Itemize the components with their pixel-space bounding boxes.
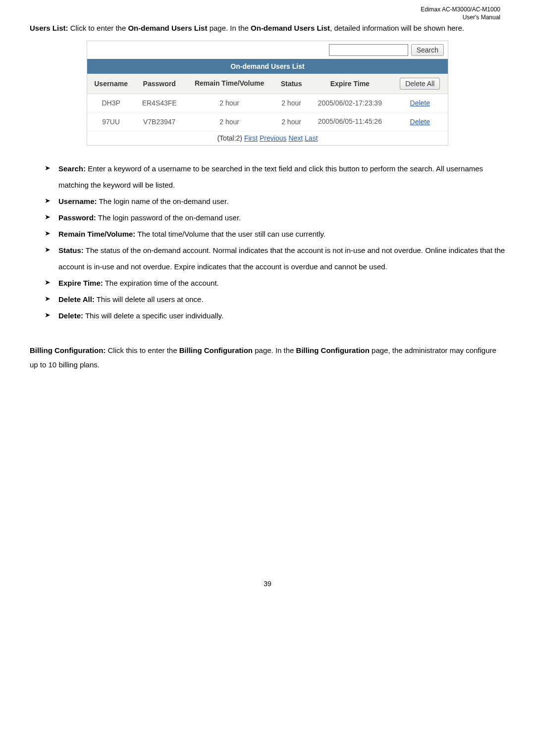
- search-input[interactable]: [329, 44, 408, 56]
- bullet-username: Username: The login name of the on-deman…: [45, 193, 505, 209]
- bullet-search: Search: Enter a keyword of a username to…: [45, 160, 505, 193]
- page-number: 39: [30, 580, 505, 598]
- pager-next[interactable]: Next: [288, 134, 303, 142]
- cell-status: 2 hour: [275, 94, 308, 112]
- billing-bold-2: Billing Configuration: [179, 346, 253, 354]
- table-title-bar: On-demand Users List: [87, 59, 448, 74]
- bullet-head: Expire Time:: [58, 279, 103, 287]
- search-row: Search: [87, 41, 448, 59]
- pagination: (Total:2) First Previous Next Last: [87, 131, 448, 145]
- bullet-body: The expiration time of the account.: [103, 279, 219, 287]
- cell-remain: 2 hour: [184, 94, 275, 112]
- intro-bold-3: On-demand Users List: [251, 24, 330, 32]
- col-username: Username: [87, 74, 135, 94]
- bullet-head: Search:: [58, 164, 86, 173]
- doc-title: User's Manual: [30, 14, 500, 22]
- bullet-body: The login name of the on-demand user.: [97, 197, 229, 205]
- table-row: 97UU V7B23947 2 hour 2 hour 2005/06/05-1…: [87, 112, 448, 131]
- intro-text-3: , detailed information will be shown her…: [330, 24, 464, 32]
- bullet-head: Status:: [58, 246, 84, 254]
- col-delete-all: Delete All: [392, 74, 448, 94]
- bullet-head: Password:: [58, 213, 96, 222]
- bullet-remain: Remain Time/Volume: The total time/Volum…: [45, 226, 505, 242]
- bullet-body: The total time/Volume that the user stil…: [135, 230, 325, 238]
- cell-status: 2 hour: [275, 112, 308, 131]
- col-expire: Expire Time: [308, 74, 392, 94]
- intro-text-1: Click to enter the: [68, 24, 128, 32]
- bullet-body: This will delete a specific user individ…: [83, 311, 223, 320]
- bullet-body: This will delete all users at once.: [95, 295, 204, 303]
- billing-bold-1: Billing Configuration:: [30, 346, 106, 354]
- pager-last[interactable]: Last: [305, 134, 318, 142]
- cell-username: DH3P: [87, 94, 135, 112]
- billing-text-1: Click this to enter the: [106, 346, 179, 354]
- pager-previous[interactable]: Previous: [260, 134, 286, 142]
- cell-password: ER4S43FE: [135, 94, 184, 112]
- intro-text-2: page. In the: [207, 24, 251, 32]
- bullet-password: Password: The login password of the on-d…: [45, 209, 505, 226]
- cell-expire: 2005/06/02-17:23:39: [308, 94, 392, 112]
- bullet-body: The login password of the on-demand user…: [96, 213, 241, 222]
- col-password: Password: [135, 74, 184, 94]
- doc-header: Edimax AC-M3000/AC-M1000 User's Manual: [30, 0, 505, 21]
- cell-password: V7B23947: [135, 112, 184, 131]
- intro-paragraph: Users List: Click to enter the On-demand…: [30, 21, 505, 36]
- bullet-delete: Delete: This will delete a specific user…: [45, 307, 505, 324]
- pager-first[interactable]: First: [244, 134, 258, 142]
- billing-paragraph: Billing Configuration: Click this to ent…: [30, 344, 505, 372]
- pager-total: (Total:2): [217, 134, 244, 142]
- cell-username: 97UU: [87, 112, 135, 131]
- bullet-status: Status: The status of the on-demand acco…: [45, 242, 505, 275]
- cell-action: Delete: [392, 112, 448, 131]
- bullet-head: Remain Time/Volume:: [58, 230, 135, 238]
- bullet-body: The status of the on-demand account. Nor…: [58, 246, 505, 271]
- users-list-panel: Search On-demand Users List Username Pas…: [87, 41, 448, 146]
- col-status: Status: [275, 74, 308, 94]
- col-remain: Remain Time/Volume: [184, 74, 275, 94]
- intro-bold-2: On-demand Users List: [128, 24, 207, 32]
- bullet-head: Username:: [58, 197, 97, 205]
- billing-bold-3: Billing Configuration: [296, 346, 370, 354]
- table-header-row: Username Password Remain Time/Volume Sta…: [87, 74, 448, 94]
- cell-expire: 2005/06/05-11:45:26: [308, 112, 392, 131]
- bullet-body: Enter a keyword of a username to be sear…: [58, 164, 483, 189]
- delete-link[interactable]: Delete: [410, 118, 430, 126]
- cell-action: Delete: [392, 94, 448, 112]
- intro-bold-1: Users List:: [30, 24, 68, 32]
- bullet-delete-all: Delete All: This will delete all users a…: [45, 291, 505, 307]
- bullet-expire: Expire Time: The expiration time of the …: [45, 275, 505, 291]
- table-row: DH3P ER4S43FE 2 hour 2 hour 2005/06/02-1…: [87, 94, 448, 112]
- delete-link[interactable]: Delete: [410, 99, 430, 107]
- bullet-head: Delete All:: [58, 295, 95, 303]
- search-button[interactable]: Search: [411, 44, 444, 56]
- cell-remain: 2 hour: [184, 112, 275, 131]
- feature-bullets: Search: Enter a keyword of a username to…: [30, 160, 505, 324]
- product-name: Edimax AC-M3000/AC-M1000: [30, 6, 500, 14]
- delete-all-button[interactable]: Delete All: [400, 78, 440, 90]
- users-table: Username Password Remain Time/Volume Sta…: [87, 74, 448, 132]
- billing-text-2: page. In the: [253, 346, 296, 354]
- bullet-head: Delete:: [58, 311, 83, 320]
